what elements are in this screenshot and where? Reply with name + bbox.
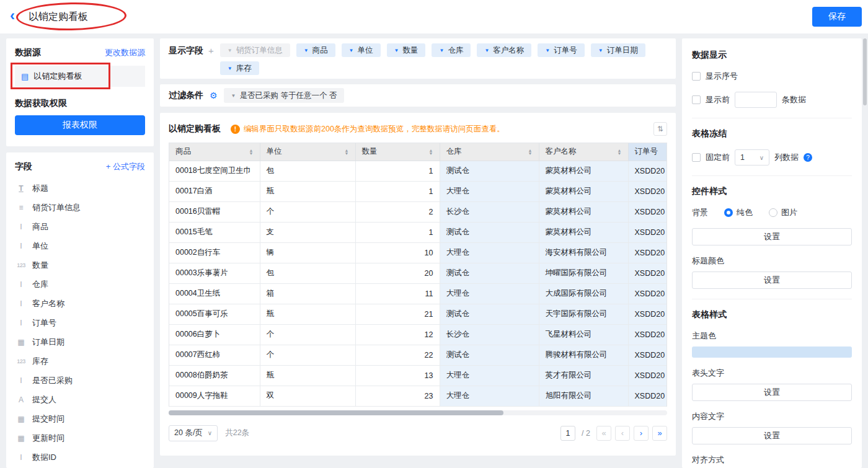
sort-icon[interactable]: ▲▼ [249,149,254,155]
back-button[interactable]: ‹ [10,7,15,24]
field-item[interactable]: I单位 [15,236,145,255]
table-cell: 00008伯爵奶茶 [169,365,260,386]
sort-icon[interactable]: ▲▼ [528,149,533,155]
first-page-button[interactable]: « [596,426,611,441]
table-row: 00003乐事薯片包20测试仓坤曜国际有限公司XSDD20 [169,263,667,283]
solid-color-radio[interactable] [724,208,733,217]
divider [692,299,852,299]
table-cell: XSDD20 [628,283,667,304]
sort-icon[interactable]: ▲▼ [429,149,433,155]
display-field-chip[interactable]: ▼订单日期 [591,43,645,57]
text-field-icon: I [15,242,27,250]
text-field-icon: I [15,376,27,385]
report-permission-button[interactable]: 报表权限 [15,115,145,135]
table-cell: 瓶 [260,181,355,201]
field-item[interactable]: I客户名称 [15,294,145,313]
datasource-item[interactable]: ▤ 以销定购看板 [15,66,145,87]
background-set-button[interactable]: 设置 [692,228,852,245]
gear-icon[interactable]: ⚙ [210,91,218,100]
background-label: 背景 [692,207,708,218]
theme-color-swatch[interactable] [692,347,852,358]
table-cell: 旭阳有限公司 [539,386,628,406]
table-cell: 个 [260,345,355,365]
field-item[interactable]: I订单号 [15,313,145,332]
page-scrollbar-thumb[interactable] [863,38,867,105]
sort-icon[interactable]: ▲▼ [618,149,622,155]
change-datasource-link[interactable]: 更改数据源 [105,47,145,58]
save-button[interactable]: 保存 [812,7,862,27]
sort-icon[interactable]: ▲▼ [345,149,349,155]
display-field-chip[interactable]: ▼库存 [220,61,259,75]
field-label: 仓库 [32,279,48,290]
show-first-count-input[interactable] [735,92,777,108]
table-cell: 个 [260,201,355,222]
add-field-button[interactable]: + [208,45,214,56]
field-item[interactable]: I商品 [15,217,145,236]
field-item[interactable]: I仓库 [15,275,145,294]
table-cell: 支 [260,222,355,242]
chevron-down-icon: ∨ [760,154,764,161]
table-cell: 蒙莫材料公司 [539,161,628,181]
header-text-label: 表头文字 [692,368,852,379]
filter-label: 过滤条件 [169,90,203,101]
field-item[interactable]: ▦更新时间 [15,428,145,448]
current-page-box[interactable]: 1 [560,426,575,441]
display-field-chip[interactable]: ▼商品 [296,43,335,57]
freeze-checkbox[interactable] [692,153,701,162]
display-field-chip[interactable]: ▼仓库 [432,43,471,57]
last-page-button[interactable]: » [652,426,667,441]
field-item[interactable]: ▦提交时间 [15,409,145,428]
field-item[interactable]: I是否已采购 [15,371,145,390]
display-field-chip[interactable]: ▼单位 [342,43,381,57]
display-field-chip[interactable]: ▼订单号 [538,43,584,57]
prev-page-button[interactable]: ‹ [615,426,630,441]
show-index-checkbox[interactable] [692,72,701,81]
table-cell: 00007西红柿 [169,345,260,365]
column-label: 仓库 [446,146,462,157]
image-radio[interactable] [769,208,777,217]
show-first-checkbox[interactable] [692,95,701,104]
number-field-icon: 123 [15,262,27,268]
row-order-icon[interactable]: ⇅ [653,122,667,136]
table-cell: XSDD20 [628,386,667,406]
field-item[interactable]: A提交人 [15,390,145,409]
header-text-set-button[interactable]: 设置 [692,384,852,401]
page-size-select[interactable]: 20 条/页 ∨ [169,425,218,441]
freeze-count-select[interactable]: 1 ∨ [735,149,769,166]
next-page-button[interactable]: › [634,426,649,441]
column-header-订单号[interactable]: 订单号▲▼ [628,143,667,161]
field-item[interactable]: 123库存 [15,351,145,371]
help-icon[interactable]: ? [804,153,812,162]
table-cell: XSDD20 [628,304,667,324]
field-item[interactable]: T标题 [15,179,145,198]
formula-field-link[interactable]: + 公式字段 [106,161,145,172]
table-cell: 10 [355,242,440,263]
column-header-数量[interactable]: 数量▲▼ [355,143,440,161]
chevron-down-icon: ∨ [208,430,212,436]
column-header-仓库[interactable]: 仓库▲▼ [440,143,539,161]
topbar: ‹ 以销定购看板 保存 [0,0,868,33]
widget-style-heading: 控件样式 [692,186,852,197]
display-field-chip[interactable]: ▼销货订单信息 [220,43,290,57]
content-text-label: 内容文字 [692,411,852,422]
display-field-chip[interactable]: ▼客户名称 [477,43,531,57]
chip-label: 客户名称 [493,45,524,56]
column-header-商品[interactable]: 商品▲▼ [169,143,260,161]
filter-condition-label: 是否已采购 等于任意一个 否 [239,91,337,101]
field-item[interactable]: 123数量 [15,255,145,275]
field-item[interactable]: I数据ID [15,448,145,467]
column-header-单位[interactable]: 单位▲▼ [260,143,355,161]
table-cell: 天宇国际有限公司 [539,304,628,324]
horizontal-scrollbar-thumb[interactable] [169,410,503,415]
display-field-chip[interactable]: ▼数量 [387,43,426,57]
chevron-down-icon: ▼ [545,48,550,53]
column-header-客户名称[interactable]: 客户名称▲▼ [539,143,628,161]
content-text-set-button[interactable]: 设置 [692,427,852,444]
display-field-chips: ▼销货订单信息▼商品▼单位▼数量▼仓库▼客户名称▼订单号▼订单日期▼库存 [220,43,667,74]
field-item[interactable]: ≡销货订单信息 [15,198,145,217]
field-item[interactable]: ▦订单日期 [15,332,145,351]
filter-condition-chip[interactable]: ▼ 是否已采购 等于任意一个 否 [224,88,345,103]
chip-label: 销货订单信息 [236,45,283,56]
title-color-set-button[interactable]: 设置 [692,272,852,289]
freeze-count-value: 1 [740,153,745,162]
